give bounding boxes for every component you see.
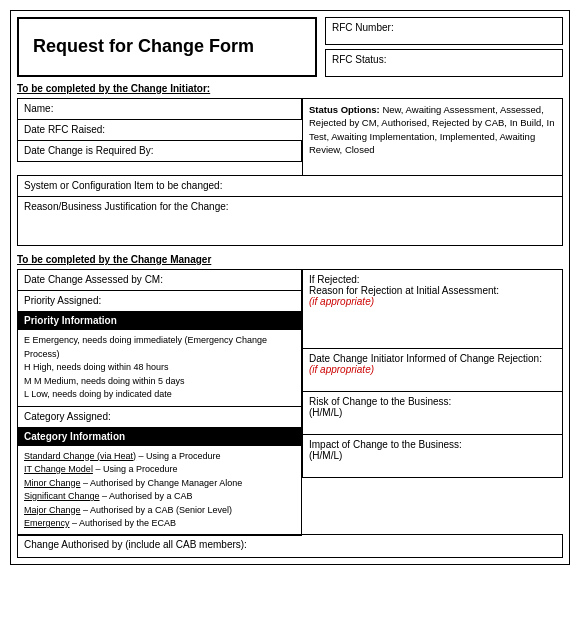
rfc-status-field[interactable]: RFC Status: [325,49,563,77]
rejection-field[interactable]: If Rejected: Reason for Rejection at Ini… [302,269,563,349]
cat-emergency-text: Emergency [24,518,70,528]
cat-emergency: Emergency – Authorised by the ECAB [24,517,295,531]
form-title: Request for Change Form [33,36,254,58]
priority-e: E Emergency, needs doing immediately (Em… [24,334,295,361]
reason-label: Reason/Business Justification for the Ch… [24,201,229,212]
category-assigned-field[interactable]: Category Assigned: [17,406,302,428]
date-rfc-field[interactable]: Date RFC Raised: [17,119,303,141]
initiator-section-header: To be completed by the Change Initiator: [17,83,563,94]
cat-it-text: IT Change Model [24,464,93,474]
reason-field[interactable]: Reason/Business Justification for the Ch… [17,196,563,246]
date-assessed-field[interactable]: Date Change Assessed by CM: [17,269,302,291]
system-field[interactable]: System or Configuration Item to be chang… [17,175,563,197]
status-options-box: Status Options: New, Awaiting Assessment… [302,98,563,176]
if-appropriate-label: (if appropriate) [309,296,374,307]
priority-assigned-field[interactable]: Priority Assigned: [17,290,302,312]
impact-field[interactable]: Impact of Change to the Business: (H/M/L… [302,434,563,478]
cat-significant: Significant Change – Authorised by a CAB [24,490,295,504]
date-assessed-label: Date Change Assessed by CM: [24,274,163,285]
name-label: Name: [24,103,53,114]
cab-field[interactable]: Change Authorised by (include all CAB me… [17,534,563,558]
cat-standard: Standard Change (via Heat) – Using a Pro… [24,450,295,464]
system-label: System or Configuration Item to be chang… [24,180,222,191]
if-rejected-label: If Rejected: [309,274,556,285]
risk-hlm: (H/M/L) [309,407,556,418]
priority-info-box: E Emergency, needs doing immediately (Em… [17,329,302,407]
date-rfc-label: Date RFC Raised: [24,124,105,135]
priority-h: H High, needs doing within 48 hours [24,361,295,375]
category-info-box: Standard Change (via Heat) – Using a Pro… [17,445,302,536]
status-options-label: Status Options: [309,104,380,115]
rfc-number-label: RFC Number: [332,22,394,33]
date-initiator-informed-label: Date Change Initiator Informed of Change… [309,353,556,364]
date-required-label: Date Change is Required By: [24,145,154,156]
category-info-header: Category Information [17,427,302,446]
if-appropriate2-label: (if appropriate) [309,364,374,375]
status-options-container: Status Options: New, Awaiting Assessment… [302,98,563,176]
title-box: Request for Change Form [17,17,317,77]
priority-info-header: Priority Information [17,311,302,330]
risk-label: Risk of Change to the Business: [309,396,556,407]
impact-hlm: (H/M/L) [309,450,556,461]
risk-field[interactable]: Risk of Change to the Business: (H/M/L) [302,391,563,435]
cat-it: IT Change Model – Using a Procedure [24,463,295,477]
rfc-number-field[interactable]: RFC Number: [325,17,563,45]
date-initiator-informed-field[interactable]: Date Change Initiator Informed of Change… [302,348,563,392]
cat-significant-text: Significant Change [24,491,100,501]
rfc-info: RFC Number: RFC Status: [325,17,563,77]
top-section: Request for Change Form RFC Number: RFC … [17,17,563,77]
rfc-status-label: RFC Status: [332,54,386,65]
priority-assigned-label: Priority Assigned: [24,295,101,306]
date-required-field[interactable]: Date Change is Required By: [17,140,302,162]
cab-label: Change Authorised by (include all CAB me… [24,539,247,550]
manager-section-header: To be completed by the Change Manager [17,254,563,265]
cat-minor-text: Minor Change [24,478,81,488]
cat-major-text: Major Change [24,505,81,515]
left-column: Date Change Assessed by CM: Priority Ass… [17,269,302,535]
form-container: Request for Change Form RFC Number: RFC … [10,10,570,565]
main-grid: Date Change Assessed by CM: Priority Ass… [17,269,563,535]
cat-major: Major Change – Authorised by a CAB (Seni… [24,504,295,518]
name-field[interactable]: Name: [17,98,302,120]
date-row: Date RFC Raised: [17,119,302,141]
impact-label: Impact of Change to the Business: [309,439,556,450]
priority-mm: M M Medium, needs doing within 5 days [24,375,295,389]
cat-standard-text: Standard Change (via Heat) [24,451,136,461]
priority-l: L Low, needs doing by indicated date [24,388,295,402]
rejection-reason-label: Reason for Rejection at Initial Assessme… [309,285,556,296]
right-column: If Rejected: Reason for Rejection at Ini… [302,269,563,535]
cat-minor: Minor Change – Authorised by Change Mana… [24,477,295,491]
category-assigned-label: Category Assigned: [24,411,111,422]
